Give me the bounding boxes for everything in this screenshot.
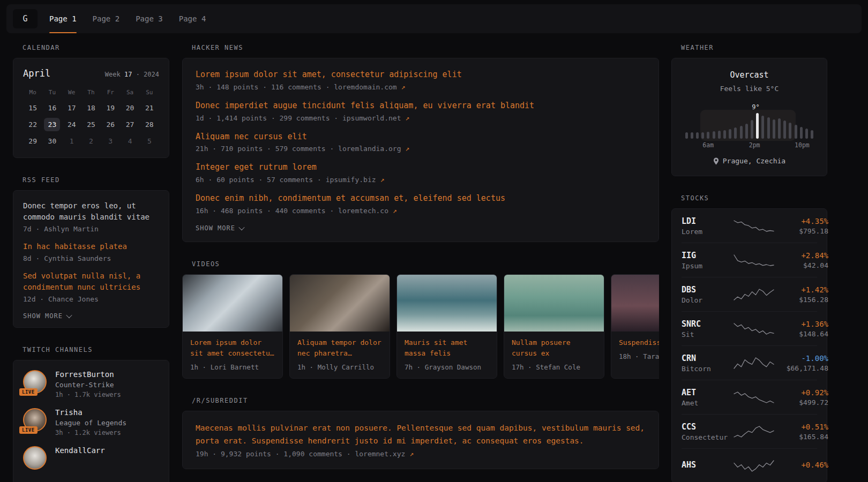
page-tabs: Page 1 Page 2 Page 3 Page 4 (49, 4, 206, 33)
video-card[interactable]: Nullam posuere cursus ex 17h · Stefan Co… (504, 274, 604, 379)
tab-page-2[interactable]: Page 2 (93, 4, 120, 33)
calendar-day: 15 (25, 101, 41, 115)
video-thumbnail (504, 275, 604, 332)
twitch-channel[interactable]: KendallCarr (23, 446, 159, 470)
current-temp-label: 9° (752, 103, 759, 111)
location-text: Prague, Czechia (723, 157, 785, 165)
twitch-channel[interactable]: LIVE Trisha League of Legends 3h · 1.2k … (23, 408, 159, 436)
live-badge: LIVE (19, 426, 38, 434)
video-info: Mauris sit amet massa felis 7h · Grayson… (397, 332, 497, 378)
rss-item-link[interactable]: Sed volutpat nulla nisl, a condimentum n… (23, 270, 159, 293)
channel-name: KendallCarr (55, 446, 105, 455)
twitch-channel[interactable]: LIVE ForrestBurton Counter-Strike 1h · 1… (23, 370, 159, 398)
weather-condition: Overcast (684, 70, 815, 80)
hn-title-link[interactable]: Aliquam nec cursus elit (196, 131, 646, 143)
avatar: LIVE (23, 370, 47, 394)
external-link-icon[interactable]: ↗ (405, 145, 409, 153)
app-logo[interactable]: G (13, 9, 38, 28)
calendar-day: 21 (141, 101, 158, 115)
stock-row-ccs[interactable]: CCSConsectetur +0.51%$165.84 (682, 414, 817, 448)
stock-change: +0.46% (779, 461, 828, 469)
video-card[interactable]: Lorem ipsum dolor sit amet consectetu… 1… (182, 274, 283, 379)
channel-name: Trisha (55, 408, 126, 417)
stocks-widget: LDILorem +4.35%$795.18 IIGIpsum +2.84%$4… (671, 208, 827, 482)
tab-page-1[interactable]: Page 1 (49, 4, 77, 33)
stock-name: Ipsum (682, 262, 729, 270)
calendar-day-next-month: 5 (141, 134, 158, 148)
stock-symbol: SNRC (682, 319, 729, 329)
avatar: LIVE (23, 408, 47, 432)
video-title-link[interactable]: Mauris sit amet massa felis (405, 338, 467, 357)
calendar-day-next-month: 2 (83, 134, 99, 148)
weekday-label: Su (146, 87, 153, 98)
rss-item-meta: 7d · Ashlyn Martin (23, 225, 159, 233)
tab-page-4[interactable]: Page 4 (179, 4, 206, 33)
hn-meta-text: 3h · 148 points · 116 comments · loremdo… (196, 83, 397, 91)
reddit-post-link[interactable]: Maecenas mollis pulvinar erat non posuer… (196, 422, 646, 448)
weather-bars (685, 113, 814, 139)
video-title-link[interactable]: Lorem ipsum dolor sit amet consectetu… (190, 338, 274, 357)
stock-row-crn[interactable]: CRNBitcorn -1.00%$66,171.48 (682, 345, 817, 380)
external-link-icon[interactable]: ↗ (409, 450, 414, 458)
hn-item: Lorem ipsum dolor sit amet, consectetur … (196, 69, 646, 91)
hn-title-link[interactable]: Donec imperdiet augue tincidunt felis al… (196, 100, 646, 112)
hackernews-widget: Lorem ipsum dolor sit amet, consectetur … (182, 58, 659, 242)
stock-symbol: AET (682, 388, 729, 397)
weekday-label: We (68, 87, 75, 98)
video-title-link[interactable]: Suspendisse diam (619, 338, 659, 347)
calendar-day: 29 (25, 134, 41, 148)
external-link-icon[interactable]: ↗ (380, 176, 384, 184)
external-link-icon[interactable]: ↗ (405, 114, 409, 122)
show-more-button[interactable]: SHOW MORE (23, 312, 71, 320)
stock-row-iig[interactable]: IIGIpsum +2.84%$42.04 (682, 243, 817, 277)
stock-row-aet[interactable]: AETAmet +0.92%$499.72 (682, 380, 817, 414)
video-card[interactable]: Mauris sit amet massa felis 7h · Grayson… (396, 274, 497, 379)
hn-meta: 3h · 148 points · 116 comments · loremdo… (196, 83, 646, 91)
stock-sparkline (733, 458, 775, 474)
channel-info: ForrestBurton Counter-Strike 1h · 1.7k v… (55, 370, 121, 398)
external-link-icon[interactable]: ↗ (393, 207, 397, 215)
calendar-day-next-month: 1 (64, 134, 80, 148)
calendar-day: 28 (141, 118, 158, 131)
hn-meta: 1d · 1,414 points · 299 comments · ipsum… (196, 114, 646, 122)
stock-name: Lorem (682, 228, 729, 236)
video-card[interactable]: Aliquam tempor dolor nec pharetra… 1h · … (289, 274, 390, 379)
stock-price: $42.04 (779, 261, 828, 269)
weekday-label: Tu (49, 87, 56, 98)
channel-viewers: 3h · 1.2k viewers (55, 429, 126, 436)
video-title-link[interactable]: Nullam posuere cursus ex (512, 338, 571, 357)
hn-title-link[interactable]: Lorem ipsum dolor sit amet, consectetur … (196, 69, 646, 81)
tab-page-3[interactable]: Page 3 (136, 4, 163, 33)
rss-item-link[interactable]: Donec tempor eros leo, ut commodo mauris… (23, 200, 159, 223)
stock-row-snrc[interactable]: SNRCSit +1.36%$148.64 (682, 311, 817, 345)
section-title-rss: RSS FEED (23, 176, 169, 184)
stock-row-dbs[interactable]: DBSDolor +1.42%$156.28 (682, 277, 817, 311)
stock-row-ldi[interactable]: LDILorem +4.35%$795.18 (682, 209, 817, 243)
video-info: Suspendisse diam 18h · Tara (611, 332, 659, 367)
video-meta: 7h · Grayson Dawson (405, 363, 489, 371)
hn-item: Donec imperdiet augue tincidunt felis al… (196, 100, 646, 122)
stock-sparkline (733, 218, 775, 234)
video-info: Aliquam tempor dolor nec pharetra… 1h · … (290, 332, 390, 378)
weekday-label: Th (87, 87, 94, 98)
external-link-icon[interactable]: ↗ (401, 83, 406, 91)
hn-meta: 16h · 468 points · 440 comments · loremt… (196, 207, 646, 215)
show-more-button[interactable]: SHOW MORE (196, 224, 244, 232)
stock-sparkline (733, 252, 775, 268)
hn-title-link[interactable]: Integer eget rutrum lorem (196, 162, 646, 174)
rss-item-link[interactable]: In hac habitasse platea (23, 241, 159, 252)
rss-item: In hac habitasse platea 8d · Cynthia Sau… (23, 241, 159, 262)
right-column: WEATHER Overcast Feels like 5°C 9° 6am 2… (671, 44, 827, 482)
calendar-header: April Week 17 · 2024 (23, 68, 159, 79)
stock-row-ahs[interactable]: AHS +0.46% (682, 448, 817, 482)
stock-price: $156.28 (779, 296, 828, 304)
channel-info: KendallCarr (55, 446, 105, 455)
video-card[interactable]: Suspendisse diam 18h · Tara (611, 274, 659, 379)
video-title-link[interactable]: Aliquam tempor dolor nec pharetra… (297, 338, 381, 357)
hn-title-link[interactable]: Donec enim nibh, condimentum et accumsan… (196, 193, 646, 205)
video-meta: 17h · Stefan Cole (512, 363, 596, 371)
stock-sparkline (733, 424, 775, 440)
video-meta: 18h · Tara (619, 352, 659, 360)
videos-widget: Lorem ipsum dolor sit amet consectetu… 1… (182, 274, 659, 379)
video-thumbnail (397, 275, 497, 332)
